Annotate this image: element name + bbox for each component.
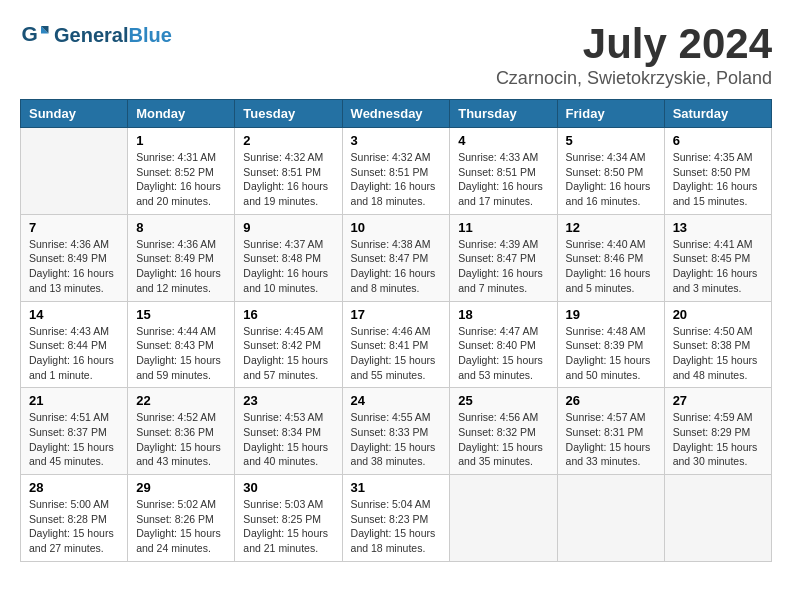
day-info: Sunrise: 4:55 AMSunset: 8:33 PMDaylight:… [351, 410, 442, 469]
day-number: 28 [29, 480, 119, 495]
calendar-day-cell: 11Sunrise: 4:39 AMSunset: 8:47 PMDayligh… [450, 214, 557, 301]
calendar-day-cell: 10Sunrise: 4:38 AMSunset: 8:47 PMDayligh… [342, 214, 450, 301]
calendar-day-cell: 15Sunrise: 4:44 AMSunset: 8:43 PMDayligh… [128, 301, 235, 388]
calendar-day-cell: 31Sunrise: 5:04 AMSunset: 8:23 PMDayligh… [342, 475, 450, 562]
day-number: 13 [673, 220, 763, 235]
calendar-day-cell: 4Sunrise: 4:33 AMSunset: 8:51 PMDaylight… [450, 128, 557, 215]
calendar-day-cell: 13Sunrise: 4:41 AMSunset: 8:45 PMDayligh… [664, 214, 771, 301]
calendar-week-row: 7Sunrise: 4:36 AMSunset: 8:49 PMDaylight… [21, 214, 772, 301]
calendar-day-cell: 25Sunrise: 4:56 AMSunset: 8:32 PMDayligh… [450, 388, 557, 475]
calendar-day-cell: 17Sunrise: 4:46 AMSunset: 8:41 PMDayligh… [342, 301, 450, 388]
day-number: 31 [351, 480, 442, 495]
calendar-day-cell: 21Sunrise: 4:51 AMSunset: 8:37 PMDayligh… [21, 388, 128, 475]
day-number: 10 [351, 220, 442, 235]
day-number: 30 [243, 480, 333, 495]
day-info: Sunrise: 4:34 AMSunset: 8:50 PMDaylight:… [566, 150, 656, 209]
calendar-week-row: 14Sunrise: 4:43 AMSunset: 8:44 PMDayligh… [21, 301, 772, 388]
calendar-day-cell [664, 475, 771, 562]
day-number: 11 [458, 220, 548, 235]
day-info: Sunrise: 4:35 AMSunset: 8:50 PMDaylight:… [673, 150, 763, 209]
calendar-day-cell [21, 128, 128, 215]
calendar-week-row: 21Sunrise: 4:51 AMSunset: 8:37 PMDayligh… [21, 388, 772, 475]
day-number: 14 [29, 307, 119, 322]
calendar-day-cell: 30Sunrise: 5:03 AMSunset: 8:25 PMDayligh… [235, 475, 342, 562]
day-info: Sunrise: 4:43 AMSunset: 8:44 PMDaylight:… [29, 324, 119, 383]
logo: G GeneralBlue [20, 20, 172, 50]
calendar-week-row: 28Sunrise: 5:00 AMSunset: 8:28 PMDayligh… [21, 475, 772, 562]
day-of-week-header: Saturday [664, 100, 771, 128]
calendar-day-cell: 16Sunrise: 4:45 AMSunset: 8:42 PMDayligh… [235, 301, 342, 388]
day-number: 25 [458, 393, 548, 408]
day-of-week-header: Wednesday [342, 100, 450, 128]
day-number: 6 [673, 133, 763, 148]
day-info: Sunrise: 4:44 AMSunset: 8:43 PMDaylight:… [136, 324, 226, 383]
calendar-day-cell: 18Sunrise: 4:47 AMSunset: 8:40 PMDayligh… [450, 301, 557, 388]
calendar-day-cell [557, 475, 664, 562]
day-number: 22 [136, 393, 226, 408]
day-number: 1 [136, 133, 226, 148]
month-year-title: July 2024 [496, 20, 772, 68]
page-header: G GeneralBlue July 2024 Czarnocin, Swiet… [20, 20, 772, 89]
day-info: Sunrise: 4:51 AMSunset: 8:37 PMDaylight:… [29, 410, 119, 469]
calendar-day-cell: 22Sunrise: 4:52 AMSunset: 8:36 PMDayligh… [128, 388, 235, 475]
calendar-table: SundayMondayTuesdayWednesdayThursdayFrid… [20, 99, 772, 562]
day-info: Sunrise: 4:52 AMSunset: 8:36 PMDaylight:… [136, 410, 226, 469]
day-of-week-header: Tuesday [235, 100, 342, 128]
svg-text:G: G [22, 22, 38, 45]
day-number: 5 [566, 133, 656, 148]
day-info: Sunrise: 4:46 AMSunset: 8:41 PMDaylight:… [351, 324, 442, 383]
calendar-day-cell [450, 475, 557, 562]
day-info: Sunrise: 4:59 AMSunset: 8:29 PMDaylight:… [673, 410, 763, 469]
day-of-week-header: Sunday [21, 100, 128, 128]
calendar-week-row: 1Sunrise: 4:31 AMSunset: 8:52 PMDaylight… [21, 128, 772, 215]
day-info: Sunrise: 5:04 AMSunset: 8:23 PMDaylight:… [351, 497, 442, 556]
calendar-day-cell: 23Sunrise: 4:53 AMSunset: 8:34 PMDayligh… [235, 388, 342, 475]
day-number: 26 [566, 393, 656, 408]
calendar-day-cell: 1Sunrise: 4:31 AMSunset: 8:52 PMDaylight… [128, 128, 235, 215]
day-info: Sunrise: 4:37 AMSunset: 8:48 PMDaylight:… [243, 237, 333, 296]
day-info: Sunrise: 4:53 AMSunset: 8:34 PMDaylight:… [243, 410, 333, 469]
calendar-day-cell: 26Sunrise: 4:57 AMSunset: 8:31 PMDayligh… [557, 388, 664, 475]
day-number: 23 [243, 393, 333, 408]
calendar-day-cell: 8Sunrise: 4:36 AMSunset: 8:49 PMDaylight… [128, 214, 235, 301]
calendar-day-cell: 3Sunrise: 4:32 AMSunset: 8:51 PMDaylight… [342, 128, 450, 215]
day-info: Sunrise: 4:47 AMSunset: 8:40 PMDaylight:… [458, 324, 548, 383]
day-info: Sunrise: 4:45 AMSunset: 8:42 PMDaylight:… [243, 324, 333, 383]
day-number: 21 [29, 393, 119, 408]
day-info: Sunrise: 4:56 AMSunset: 8:32 PMDaylight:… [458, 410, 548, 469]
calendar-day-cell: 14Sunrise: 4:43 AMSunset: 8:44 PMDayligh… [21, 301, 128, 388]
day-info: Sunrise: 5:02 AMSunset: 8:26 PMDaylight:… [136, 497, 226, 556]
day-number: 2 [243, 133, 333, 148]
calendar-day-cell: 24Sunrise: 4:55 AMSunset: 8:33 PMDayligh… [342, 388, 450, 475]
day-number: 20 [673, 307, 763, 322]
day-info: Sunrise: 4:32 AMSunset: 8:51 PMDaylight:… [243, 150, 333, 209]
title-section: July 2024 Czarnocin, Swietokrzyskie, Pol… [496, 20, 772, 89]
day-info: Sunrise: 4:33 AMSunset: 8:51 PMDaylight:… [458, 150, 548, 209]
calendar-day-cell: 9Sunrise: 4:37 AMSunset: 8:48 PMDaylight… [235, 214, 342, 301]
day-number: 3 [351, 133, 442, 148]
day-info: Sunrise: 4:36 AMSunset: 8:49 PMDaylight:… [136, 237, 226, 296]
day-number: 29 [136, 480, 226, 495]
day-number: 8 [136, 220, 226, 235]
day-number: 19 [566, 307, 656, 322]
day-info: Sunrise: 4:32 AMSunset: 8:51 PMDaylight:… [351, 150, 442, 209]
day-info: Sunrise: 4:48 AMSunset: 8:39 PMDaylight:… [566, 324, 656, 383]
day-info: Sunrise: 4:31 AMSunset: 8:52 PMDaylight:… [136, 150, 226, 209]
day-number: 17 [351, 307, 442, 322]
day-info: Sunrise: 4:40 AMSunset: 8:46 PMDaylight:… [566, 237, 656, 296]
day-info: Sunrise: 4:36 AMSunset: 8:49 PMDaylight:… [29, 237, 119, 296]
day-of-week-header: Friday [557, 100, 664, 128]
day-of-week-header: Monday [128, 100, 235, 128]
day-number: 12 [566, 220, 656, 235]
day-info: Sunrise: 4:41 AMSunset: 8:45 PMDaylight:… [673, 237, 763, 296]
calendar-day-cell: 20Sunrise: 4:50 AMSunset: 8:38 PMDayligh… [664, 301, 771, 388]
calendar-day-cell: 6Sunrise: 4:35 AMSunset: 8:50 PMDaylight… [664, 128, 771, 215]
calendar-day-cell: 27Sunrise: 4:59 AMSunset: 8:29 PMDayligh… [664, 388, 771, 475]
location-subtitle: Czarnocin, Swietokrzyskie, Poland [496, 68, 772, 89]
day-number: 7 [29, 220, 119, 235]
day-number: 9 [243, 220, 333, 235]
day-info: Sunrise: 4:57 AMSunset: 8:31 PMDaylight:… [566, 410, 656, 469]
day-number: 24 [351, 393, 442, 408]
logo-icon: G [20, 20, 50, 50]
logo-text: GeneralBlue [54, 24, 172, 46]
